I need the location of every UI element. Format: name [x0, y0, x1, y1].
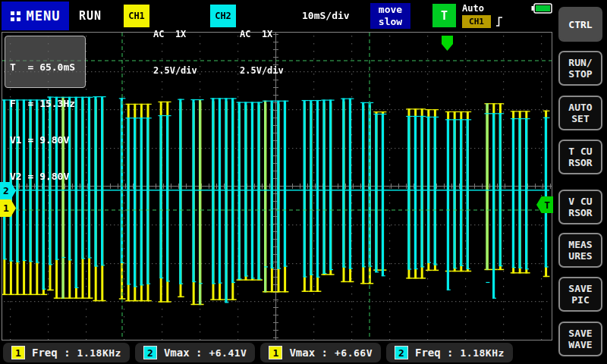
ch1-badge: 1: [269, 346, 282, 359]
measures-button[interactable]: MEASURES: [558, 233, 602, 268]
ch2-coupling: AC 1X: [240, 28, 284, 40]
save-pic-button[interactable]: SAVEPIC: [558, 277, 602, 312]
ch1-scale: 2.5V/div: [153, 64, 197, 77]
ctrl-label: CTRL: [568, 19, 592, 30]
run-status: RUN: [79, 9, 102, 23]
stat-value: 1.18KHz: [77, 347, 121, 359]
measure-line-v2: V2 = 9.80V: [10, 171, 80, 183]
stat-ch1-freq[interactable]: 1 Freq : 1.18KHz: [3, 343, 130, 362]
move-label-line1: move: [370, 4, 410, 16]
trigger-edge-icon: [495, 15, 504, 28]
ch2-badge: 2: [143, 346, 157, 359]
stat-value: +6.41V: [209, 347, 247, 359]
auto-set-button[interactable]: AUTOSET: [558, 96, 602, 130]
measure-line-f: F = 15.3Hz: [10, 98, 80, 110]
move-speed-button[interactable]: move slow: [370, 3, 410, 29]
run-stop-button[interactable]: RUN/STOP: [558, 51, 602, 86]
move-label-line2: slow: [370, 16, 410, 28]
t-cursor-button[interactable]: T CURSOR: [558, 140, 602, 174]
timebase-setting[interactable]: 10mS/div: [302, 10, 350, 21]
stat-ch2-freq[interactable]: 2 Freq : 1.18KHz: [386, 343, 513, 362]
save-wave-button[interactable]: SAVEWAVE: [558, 322, 602, 356]
softkey-sidebar: CTRL RUN/STOP AUTOSET T CURSOR V CURSOR …: [554, 0, 607, 364]
ch2-settings[interactable]: AC 1X 2.5V/div: [240, 4, 284, 101]
battery-icon: [531, 3, 552, 14]
menu-label: MENU: [27, 8, 61, 24]
stat-ch1-vmax[interactable]: 1 Vmax : +6.66V: [260, 343, 381, 362]
measurement-footer: 1 Freq : 1.18KHz 2 Vmax : +6.41V 1 Vmax …: [0, 341, 554, 364]
measure-line-t: T = 65.0mS: [10, 61, 80, 74]
trigger-button[interactable]: T: [432, 4, 456, 27]
ch2-badge: 2: [395, 346, 408, 359]
trigger-marker-label: T: [544, 199, 550, 211]
stat-value: 1.18KHz: [461, 347, 505, 359]
ch2-button[interactable]: CH2: [210, 5, 236, 27]
ch1-chip-label: CH1: [128, 11, 145, 21]
measure-line-v1: V1 = 9.80V: [10, 134, 80, 146]
stat-label: Freq :: [415, 347, 454, 359]
ctrl-button[interactable]: CTRL: [558, 7, 602, 42]
menu-button[interactable]: MENU: [2, 2, 69, 30]
cursor-measure-box: T = 65.0mS F = 15.3Hz V1 = 9.80V V2 = 9.…: [5, 36, 86, 88]
ch2-marker-label: 2: [3, 185, 9, 196]
stat-ch2-vmax[interactable]: 2 Vmax : +6.41V: [135, 343, 256, 362]
ch1-settings[interactable]: AC 1X 2.5V/div: [153, 4, 197, 101]
trigger-chip-label: T: [441, 9, 448, 23]
ch2-scale: 2.5V/div: [240, 64, 284, 77]
ch1-marker-label: 1: [3, 202, 9, 214]
menu-grid-icon: [11, 11, 20, 21]
ch1-button[interactable]: CH1: [124, 5, 149, 27]
trigger-mode[interactable]: Auto: [462, 3, 484, 14]
ch2-chip-label: CH2: [215, 11, 231, 21]
trigger-source-chip[interactable]: CH1: [462, 15, 491, 28]
top-toolbar: MENU RUN CH1 AC 1X 2.5V/div CH2 AC 1X 2.…: [0, 0, 554, 32]
v-cursor-button[interactable]: V CURSOR: [558, 190, 602, 224]
stat-label: Freq :: [32, 347, 71, 359]
ch1-badge: 1: [11, 346, 25, 359]
stat-label: Vmax :: [289, 347, 328, 359]
trigger-source-label: CH1: [469, 17, 484, 27]
stat-label: Vmax :: [164, 347, 203, 359]
ch1-coupling: AC 1X: [153, 28, 197, 40]
stat-value: +6.66V: [335, 347, 373, 359]
